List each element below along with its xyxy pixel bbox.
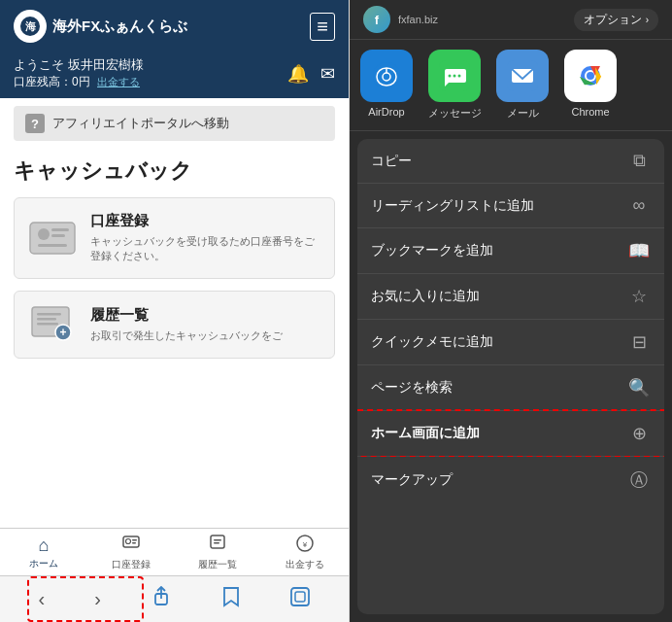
history-icon xyxy=(209,535,226,557)
star-icon: ☆ xyxy=(627,286,651,307)
history-card[interactable]: + 履歴一覧 お取引で発生したキャッシュバックをご xyxy=(14,291,335,359)
logo-text: 海外FXふぁんくらぶ xyxy=(52,17,187,36)
svg-rect-10 xyxy=(37,323,58,326)
markup-icon: Ⓐ xyxy=(627,468,651,492)
svg-text:海: 海 xyxy=(25,20,37,32)
menu-item-bookmark[interactable]: ブックマークを追加 📖 xyxy=(357,228,664,274)
withdraw-link[interactable]: 出金する xyxy=(97,76,140,87)
messages-icon xyxy=(428,50,481,102)
card-desc: お取引で発生したキャッシュバックをご xyxy=(90,328,283,343)
forward-button[interactable]: › xyxy=(86,584,109,614)
mail-icon[interactable]: ✉ xyxy=(320,63,335,85)
copy-icon: ⧉ xyxy=(627,151,651,171)
svg-text:+: + xyxy=(59,326,66,339)
svg-rect-23 xyxy=(291,588,309,605)
reading-list-icon: ∞ xyxy=(627,195,651,216)
balance-row: 口座残高：0円 出金する xyxy=(14,74,144,90)
airdrop-icon xyxy=(360,50,413,102)
share-app-mail[interactable]: メール xyxy=(493,50,552,121)
svg-rect-9 xyxy=(37,318,56,321)
site-url: fxfan.biz xyxy=(398,14,438,25)
left-panel: 海 海外FXふぁんくらぶ ≡ ようこそ 坂井田宏樹様 口座残高：0円 出金する … xyxy=(0,0,350,622)
user-info: ようこそ 坂井田宏樹様 口座残高：0円 出金する 🔔 ✉ xyxy=(0,52,349,98)
svg-rect-16 xyxy=(132,542,136,544)
cards-area: 口座登録 キャッシュバックを受け取るため口座番号をご登録ください。 + 履歴一覧… xyxy=(0,190,349,528)
mail-icon xyxy=(496,50,549,102)
menu-item-favorites[interactable]: お気に入りに追加 ☆ xyxy=(357,274,664,320)
share-app-airdrop[interactable]: AirDrop xyxy=(357,50,416,121)
share-button[interactable] xyxy=(143,582,180,616)
bell-icon[interactable]: 🔔 xyxy=(287,63,309,85)
bookmark-button[interactable] xyxy=(214,582,249,616)
account-icon xyxy=(122,535,140,557)
menu-item-search[interactable]: ページを検索 🔍 xyxy=(357,365,664,411)
card-icon xyxy=(28,219,77,258)
nav-item-history[interactable]: 履歴一覧 xyxy=(175,533,262,573)
menu-item-add-home[interactable]: ホーム画面に追加 ⊕ xyxy=(357,411,664,457)
share-apps-row: AirDrop メッセージ メー xyxy=(350,40,672,131)
card-icon: + xyxy=(28,305,77,344)
menu-list: コピー ⧉ リーディングリストに追加 ∞ ブックマークを追加 📖 お気に入りに追… xyxy=(357,139,664,614)
tabs-button[interactable] xyxy=(283,583,318,615)
site-avatar: f xyxy=(363,6,390,33)
nav-item-home[interactable]: ⌂ ホーム xyxy=(0,534,87,572)
svg-rect-19 xyxy=(214,542,219,544)
bookmark-icon: 📖 xyxy=(627,240,651,261)
nav-item-withdraw[interactable]: ¥ 出金する xyxy=(261,533,349,573)
help-icon: ? xyxy=(25,114,45,133)
svg-rect-17 xyxy=(211,536,224,548)
svg-rect-2 xyxy=(30,223,75,254)
chrome-icon xyxy=(564,50,617,102)
logo-icon: 海 xyxy=(14,10,47,43)
bottom-nav: ⌂ ホーム 口座登録 履歴一覧 xyxy=(0,528,349,575)
svg-point-30 xyxy=(454,75,456,78)
account-registration-card[interactable]: 口座登録 キャッシュバックを受け取るため口座番号をご登録ください。 xyxy=(14,197,335,279)
svg-rect-15 xyxy=(132,539,137,541)
nav-item-account[interactable]: 口座登録 xyxy=(87,533,175,573)
bottom-toolbar: ‹ › → xyxy=(0,575,349,622)
right-panel: f fxfan.biz オプション › AirDrop xyxy=(350,0,672,622)
search-page-icon: 🔍 xyxy=(627,377,651,398)
svg-text:¥: ¥ xyxy=(302,540,308,549)
menu-item-quick-note[interactable]: クイックメモに追加 ⊟ xyxy=(357,320,664,365)
home-icon: ⌂ xyxy=(38,536,49,556)
svg-rect-18 xyxy=(214,539,221,541)
menu-item-markup[interactable]: マークアップ Ⓐ xyxy=(357,457,664,503)
logo: 海 海外FXふぁんくらぶ xyxy=(14,10,187,43)
add-home-icon: ⊕ xyxy=(627,423,651,444)
header: 海 海外FXふぁんくらぶ ≡ xyxy=(0,0,349,52)
withdraw-icon: ¥ xyxy=(296,535,314,557)
svg-rect-4 xyxy=(51,228,69,231)
back-button[interactable]: ‹ xyxy=(31,584,53,614)
options-chevron-icon: › xyxy=(646,15,649,25)
chrome-label: Chrome xyxy=(571,106,609,118)
card-title: 履歴一覧 xyxy=(90,306,283,325)
messages-label: メッセージ xyxy=(428,106,482,121)
svg-point-14 xyxy=(125,539,130,544)
mail-label: メール xyxy=(507,106,539,121)
card-text: 履歴一覧 お取引で発生したキャッシュバックをご xyxy=(90,306,283,343)
card-desc: キャッシュバックを受け取るため口座番号をご登録ください。 xyxy=(90,234,320,264)
card-text: 口座登録 キャッシュバックを受け取るため口座番号をご登録ください。 xyxy=(90,212,320,264)
svg-point-29 xyxy=(449,75,452,78)
airdrop-label: AirDrop xyxy=(368,106,404,118)
svg-rect-5 xyxy=(51,234,65,237)
header-icons: 🔔 ✉ xyxy=(287,63,335,85)
svg-point-37 xyxy=(587,72,594,80)
page-title: キャッシュバック xyxy=(0,149,349,190)
svg-rect-6 xyxy=(38,244,67,247)
site-info: f fxfan.biz オプション › xyxy=(350,0,672,40)
svg-rect-24 xyxy=(295,592,305,602)
svg-rect-8 xyxy=(37,313,61,316)
share-app-chrome[interactable]: Chrome xyxy=(561,50,620,121)
menu-button[interactable]: ≡ xyxy=(310,13,335,41)
share-app-messages[interactable]: メッセージ xyxy=(425,50,484,121)
user-greeting: ようこそ 坂井田宏樹様 xyxy=(14,56,144,74)
affiliate-banner[interactable]: ? アフィリエイトポータルへ移動 xyxy=(14,106,335,141)
menu-item-copy[interactable]: コピー ⧉ xyxy=(357,139,664,184)
svg-point-31 xyxy=(458,75,461,78)
menu-item-reading-list[interactable]: リーディングリストに追加 ∞ xyxy=(357,184,664,228)
quick-note-icon: ⊟ xyxy=(627,331,651,353)
card-title: 口座登録 xyxy=(90,212,320,230)
options-button[interactable]: オプション › xyxy=(574,9,658,31)
